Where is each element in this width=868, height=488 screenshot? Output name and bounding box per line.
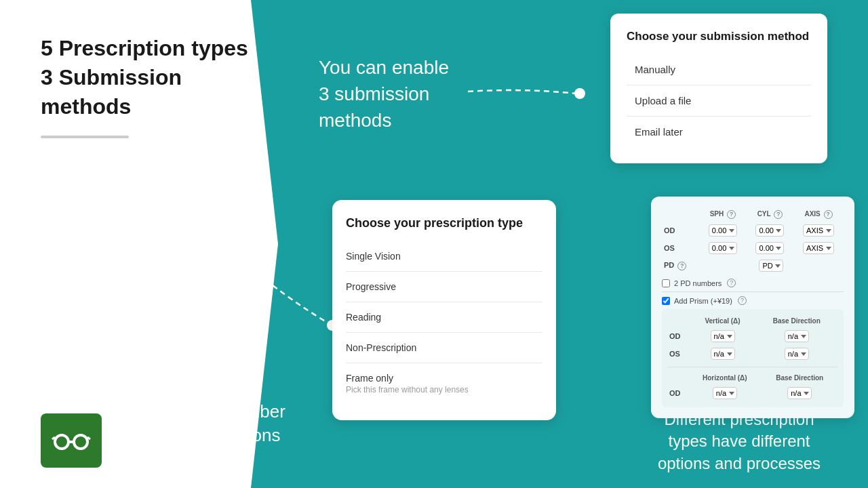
prism-h-od-row: OD n/a n/a bbox=[667, 384, 838, 402]
prism-od-v-select[interactable]: n/a bbox=[711, 330, 735, 342]
od-axis-select[interactable]: AXIS bbox=[803, 224, 834, 237]
os-cyl-select[interactable]: 0.00 bbox=[755, 242, 784, 254]
svg-point-5 bbox=[574, 88, 585, 99]
axis-header: AXIS ? bbox=[793, 207, 844, 222]
prism-od-row: OD n/a n/a bbox=[667, 327, 838, 345]
dashed-arrow-top bbox=[468, 75, 590, 108]
pd-select[interactable]: PD bbox=[759, 260, 783, 272]
prism-h-od-val: n/a bbox=[688, 384, 761, 402]
os-cyl-cell: 0.00 bbox=[747, 239, 793, 257]
rx-detail-card: SPH ? CYL ? AXIS ? OD 0.00 0.00 bbox=[651, 197, 854, 418]
prescription-type-frame-only[interactable]: Frame only Pick this frame without any l… bbox=[346, 363, 542, 404]
os-axis-cell: AXIS bbox=[793, 239, 844, 257]
prism-h-od-label: OD bbox=[667, 384, 688, 402]
prism-od-v: n/a bbox=[690, 327, 755, 345]
prescription-card-title: Choose your prescription type bbox=[346, 216, 542, 230]
prism-os-v: n/a bbox=[690, 345, 755, 363]
rx-row-od: OD 0.00 0.00 AXIS bbox=[662, 222, 844, 239]
add-prism-label: Add Prism (+¥19) bbox=[674, 297, 732, 305]
prescription-type-reading[interactable]: Reading bbox=[346, 302, 542, 333]
bottom-right-line2: types have different bbox=[668, 432, 810, 450]
two-pd-label: 2 PD numbers bbox=[674, 279, 722, 287]
rx-row-pd: PD ? PD bbox=[662, 257, 844, 274]
callout-bottom-left: Add any number of prescriptions bbox=[156, 400, 285, 447]
svg-point-0 bbox=[55, 435, 68, 449]
od-axis-cell: AXIS bbox=[793, 222, 844, 239]
prism-h-od-dir-select[interactable]: n/a bbox=[787, 387, 812, 399]
submission-option-email[interactable]: Email later bbox=[627, 117, 811, 147]
base-dir-h-header: Base Direction bbox=[761, 371, 838, 384]
page-title: 5 Prescription types 3 Submission method… bbox=[41, 34, 248, 122]
prism-h-od-dir: n/a bbox=[761, 384, 838, 402]
prism-od-dir-v: n/a bbox=[755, 327, 838, 345]
sph-header: SPH ? bbox=[699, 207, 747, 222]
od-cyl-cell: 0.00 bbox=[747, 222, 793, 239]
add-prism-row: Add Prism (+¥19) ? bbox=[662, 296, 844, 305]
two-pd-checkbox[interactable] bbox=[662, 279, 670, 287]
two-pd-help-icon[interactable]: ? bbox=[727, 279, 736, 287]
submission-option-upload[interactable]: Upload a file bbox=[627, 85, 811, 117]
prism-h-od-select[interactable]: n/a bbox=[713, 387, 737, 399]
prism-os-label: OS bbox=[667, 345, 690, 363]
callout-line1: You can enable bbox=[319, 57, 449, 78]
submission-card-title: Choose your submission method bbox=[627, 30, 811, 43]
title-line3: methods bbox=[41, 94, 131, 119]
od-sph-cell: 0.00 bbox=[699, 222, 747, 239]
left-content: 5 Prescription types 3 Submission method… bbox=[41, 34, 248, 138]
prescription-type-card: Choose your prescription type Single Vis… bbox=[332, 200, 556, 420]
logo-icon bbox=[51, 427, 92, 454]
os-axis-select[interactable]: AXIS bbox=[803, 242, 834, 254]
bottom-left-line1: Add any number bbox=[156, 401, 285, 422]
prism-od-label: OD bbox=[667, 327, 690, 345]
od-cyl-select[interactable]: 0.00 bbox=[755, 224, 784, 237]
prescription-type-single-vision[interactable]: Single Vision bbox=[346, 241, 542, 272]
os-sph-cell: 0.00 bbox=[699, 239, 747, 257]
add-prism-checkbox[interactable] bbox=[662, 297, 670, 305]
cyl-header: CYL ? bbox=[747, 207, 793, 222]
sph-help-icon[interactable]: ? bbox=[727, 210, 736, 219]
title-line2: 3 Submission bbox=[41, 65, 182, 89]
pd-help-icon[interactable]: ? bbox=[677, 262, 686, 270]
os-label: OS bbox=[662, 239, 699, 257]
horizontal-header: Horizontal (Δ) bbox=[688, 371, 761, 384]
callout-top: You can enable 3 submission methods bbox=[319, 54, 449, 134]
os-sph-select[interactable]: 0.00 bbox=[709, 242, 737, 254]
od-sph-select[interactable]: 0.00 bbox=[709, 224, 737, 237]
prism-help-icon[interactable]: ? bbox=[738, 296, 747, 305]
rx-table: SPH ? CYL ? AXIS ? OD 0.00 0.00 bbox=[662, 207, 844, 274]
prism-vertical-table: Vertical (Δ) Base Direction OD n/a n/a O… bbox=[667, 314, 838, 363]
prism-os-dir-v-select[interactable]: n/a bbox=[785, 348, 809, 360]
callout-bottom-right: Different prescription types have differ… bbox=[631, 409, 848, 474]
od-label: OD bbox=[662, 222, 699, 239]
vertical-header: Vertical (Δ) bbox=[690, 314, 755, 327]
rx-divider bbox=[662, 291, 844, 292]
callout-line3: methods bbox=[319, 110, 391, 131]
prism-section: Vertical (Δ) Base Direction OD n/a n/a O… bbox=[662, 309, 844, 407]
pd-select-cell: PD bbox=[699, 257, 844, 274]
prism-os-v-select[interactable]: n/a bbox=[711, 348, 735, 360]
submission-card: Choose your submission method Manually U… bbox=[610, 14, 827, 163]
prescription-type-non-prescription[interactable]: Non-Prescription bbox=[346, 333, 542, 363]
base-dir-v-header: Base Direction bbox=[755, 314, 838, 327]
axis-help-icon[interactable]: ? bbox=[824, 210, 833, 219]
prescription-type-progressive[interactable]: Progressive bbox=[346, 272, 542, 302]
logo-container bbox=[41, 413, 102, 468]
callout-line2: 3 submission bbox=[319, 83, 429, 104]
prism-inner-divider bbox=[667, 367, 838, 367]
bottom-left-line2: of prescriptions bbox=[161, 425, 280, 445]
title-divider bbox=[41, 136, 129, 138]
title-line1: 5 Prescription types bbox=[41, 36, 248, 60]
prism-os-dir-v: n/a bbox=[755, 345, 838, 363]
rx-row-os: OS 0.00 0.00 AXIS bbox=[662, 239, 844, 257]
prism-horizontal-table: Horizontal (Δ) Base Direction OD n/a n/a bbox=[667, 371, 838, 402]
prism-od-dir-v-select[interactable]: n/a bbox=[785, 330, 809, 342]
logo-box bbox=[41, 413, 102, 468]
bottom-right-line3: options and processes bbox=[658, 454, 821, 472]
svg-point-1 bbox=[74, 435, 87, 449]
prism-os-row: OS n/a n/a bbox=[667, 345, 838, 363]
two-pd-row: 2 PD numbers ? bbox=[662, 279, 844, 287]
submission-option-manually[interactable]: Manually bbox=[627, 54, 811, 85]
cyl-help-icon[interactable]: ? bbox=[774, 210, 783, 219]
pd-label: PD ? bbox=[662, 257, 699, 274]
